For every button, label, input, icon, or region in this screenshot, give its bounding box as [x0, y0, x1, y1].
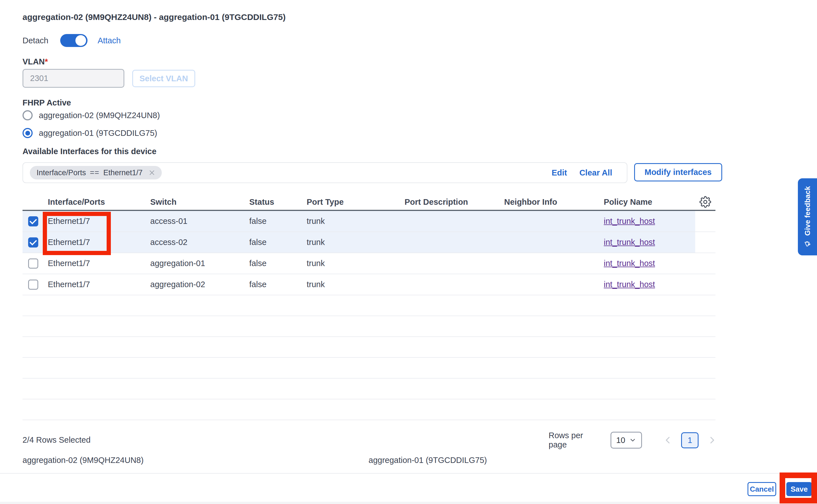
- row-checkbox-unchecked[interactable]: [28, 280, 38, 290]
- table-row: Ethernet1/7aggregation-01falsetrunkint_t…: [23, 253, 715, 274]
- cell-port-type: trunk: [304, 253, 402, 274]
- cell-policy-name: int_trunk_host: [601, 211, 695, 231]
- column-header: Policy Name: [601, 197, 695, 207]
- cell-gear-spacer: [695, 232, 715, 253]
- column-header: Neighbor Info: [501, 197, 601, 207]
- cell-port-description: [402, 253, 501, 274]
- megaphone-icon: [803, 239, 812, 247]
- cell-status: false: [246, 232, 304, 253]
- attach-toggle[interactable]: [60, 34, 87, 47]
- vlan-input[interactable]: [23, 69, 124, 88]
- policy-name-link[interactable]: int_trunk_host: [604, 217, 655, 226]
- chevron-down-icon: [629, 437, 636, 444]
- cell-interface-ports: Ethernet1/7: [45, 274, 147, 295]
- filter-chip-close-icon[interactable]: [148, 168, 156, 177]
- table-body: Ethernet1/7access-01falsetrunkint_trunk_…: [23, 211, 715, 420]
- next-page-chevron-icon[interactable]: [706, 435, 717, 445]
- row-checkbox-cell: [23, 274, 45, 295]
- filter-chip[interactable]: Interface/Ports == Ethernet1/7: [30, 166, 162, 179]
- radio-selected-icon[interactable]: [23, 128, 33, 138]
- page-number-button[interactable]: 1: [681, 432, 699, 448]
- cell-policy-name: int_trunk_host: [601, 253, 695, 274]
- cell-interface-ports: Ethernet1/7: [45, 232, 147, 253]
- filter-chip-value: Ethernet1/7: [103, 168, 143, 177]
- filter-bar-actions: Edit Clear All: [552, 168, 620, 177]
- toggle-knob: [75, 35, 86, 46]
- row-checkbox-cell: [23, 211, 45, 231]
- cell-switch: access-02: [147, 232, 246, 253]
- table-row: Ethernet1/7access-02falsetrunkint_trunk_…: [23, 232, 715, 253]
- window-bottom-edge: [0, 502, 817, 504]
- radio-unselected-icon[interactable]: [23, 110, 33, 120]
- pagination-bar: Rows per page 10 1: [549, 430, 717, 450]
- required-asterisk: *: [45, 57, 48, 66]
- cell-interface-ports: Ethernet1/7: [45, 253, 147, 274]
- rows-per-page-select[interactable]: 10: [610, 432, 642, 449]
- cell-switch: aggregation-01: [147, 253, 246, 274]
- detach-label: Detach: [23, 36, 48, 45]
- empty-table-row: [23, 399, 715, 420]
- previous-page-chevron-icon[interactable]: [662, 435, 673, 445]
- select-vlan-button[interactable]: Select VLAN: [132, 70, 195, 87]
- cell-neighbor-info: [501, 253, 601, 274]
- empty-table-row: [23, 358, 715, 379]
- cell-gear-spacer: [695, 253, 715, 274]
- cell-gear-spacer: [695, 274, 715, 295]
- empty-table-row: [23, 316, 715, 337]
- give-feedback-tab[interactable]: Give feedback: [798, 178, 817, 255]
- edit-filter-link[interactable]: Edit: [552, 168, 567, 177]
- table-row: Ethernet1/7aggregation-02falsetrunkint_t…: [23, 274, 715, 295]
- empty-table-row: [23, 337, 715, 358]
- footer-divider: [0, 473, 817, 474]
- cell-status: false: [246, 253, 304, 274]
- rows-per-page-label: Rows per page: [549, 431, 602, 449]
- give-feedback-label: Give feedback: [803, 186, 812, 236]
- cell-policy-name: int_trunk_host: [601, 274, 695, 295]
- clear-all-filters-link[interactable]: Clear All: [579, 168, 612, 177]
- cell-neighbor-info: [501, 232, 601, 253]
- row-checkbox-checked[interactable]: [28, 237, 38, 247]
- selection-summary: 2/4 Rows Selected: [23, 435, 91, 445]
- cell-gear-spacer: [695, 211, 715, 231]
- row-checkbox-unchecked[interactable]: [28, 258, 38, 269]
- row-checkbox-cell: [23, 232, 45, 253]
- filter-bar[interactable]: Interface/Ports == Ethernet1/7 Edit Clea…: [23, 162, 627, 183]
- vlan-label: VLAN*: [23, 57, 48, 66]
- save-button[interactable]: Save: [786, 482, 812, 496]
- filter-chip-field: Interface/Ports: [37, 168, 86, 177]
- cell-interface-ports: Ethernet1/7: [45, 211, 147, 231]
- cell-port-type: trunk: [304, 274, 402, 295]
- page-title: aggregation-02 (9M9QHZ24UN8) - aggregati…: [23, 12, 286, 22]
- policy-name-link[interactable]: int_trunk_host: [604, 280, 655, 289]
- cell-switch: access-01: [147, 211, 246, 231]
- cell-neighbor-info: [501, 211, 601, 231]
- modify-interfaces-button[interactable]: Modify interfaces: [634, 163, 722, 181]
- header-gear-cell: [695, 196, 715, 208]
- column-header: Interface/Ports: [45, 197, 147, 207]
- cell-status: false: [246, 211, 304, 231]
- cell-port-description: [402, 232, 501, 253]
- available-interfaces-heading: Available Interfaces for this device: [23, 147, 156, 156]
- table-header-row: Interface/PortsSwitchStatusPort TypePort…: [23, 194, 715, 211]
- cell-neighbor-info: [501, 274, 601, 295]
- rows-per-page-value: 10: [616, 436, 625, 445]
- column-settings-gear-icon[interactable]: [699, 196, 711, 208]
- fhrp-option-aggregation-02[interactable]: aggregation-02 (9M9QHZ24UN8): [23, 110, 160, 120]
- policy-name-link[interactable]: int_trunk_host: [604, 259, 655, 268]
- column-header: Port Type: [304, 197, 402, 207]
- column-header: Switch: [147, 197, 246, 207]
- attach-toggle-row: Detach Attach: [23, 34, 121, 47]
- device-tab-aggregation-02[interactable]: aggregation-02 (9M9QHZ24UN8): [23, 456, 143, 465]
- filter-chip-operator: ==: [90, 168, 100, 177]
- row-checkbox-checked[interactable]: [28, 216, 38, 226]
- empty-table-row: [23, 295, 715, 316]
- table-row: Ethernet1/7access-01falsetrunkint_trunk_…: [23, 211, 715, 232]
- row-checkbox-cell: [23, 253, 45, 274]
- cancel-button[interactable]: Cancel: [748, 482, 776, 496]
- cell-port-description: [402, 211, 501, 231]
- cell-policy-name: int_trunk_host: [601, 232, 695, 253]
- cell-status: false: [246, 274, 304, 295]
- policy-name-link[interactable]: int_trunk_host: [604, 238, 655, 247]
- device-tab-aggregation-01[interactable]: aggregation-01 (9TGCDDILG75): [369, 456, 487, 465]
- fhrp-option-aggregation-01[interactable]: aggregation-01 (9TGCDDILG75): [23, 128, 157, 138]
